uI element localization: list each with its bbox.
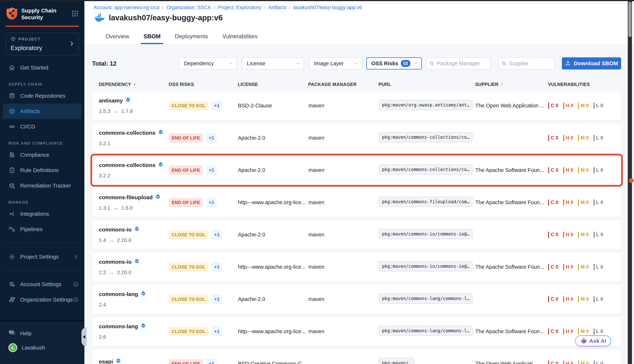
purl-chip[interactable]: pkg:maven/commons-lang/commons-l… <box>379 326 473 336</box>
sidebar-item-code-repositories[interactable]: Code Repositories <box>3 88 82 104</box>
supplier-search-input[interactable] <box>509 60 551 67</box>
purl-chip[interactable]: pkg:maven/commons-io/commons-io@… <box>379 261 473 272</box>
sidebar-item-ci-cd[interactable]: CI/CD <box>3 119 82 134</box>
risk-more-badge[interactable]: +1 <box>212 230 222 240</box>
dependency-name: commons-collections <box>99 162 155 168</box>
total-count: Total: 12 <box>92 60 117 67</box>
sidebar-item-project-settings[interactable]: Project Settings <box>3 249 82 264</box>
purl-chip[interactable]: pkg:maven/commons-lang/commons-l… <box>379 294 473 304</box>
purl-chip[interactable]: pkg:maven/commons-io/commons-io@… <box>379 229 473 239</box>
code-repo-icon <box>9 92 16 99</box>
sidebar-item-artifacts[interactable]: Artifacts <box>3 104 82 119</box>
purl-chip[interactable]: pkg:maven/commons-fileupload/com… <box>379 197 473 207</box>
sidebar-item-organization-settings[interactable]: Organization Settings <box>3 292 82 307</box>
severity-bar-icon <box>548 103 549 109</box>
download-sbom-button[interactable]: Download SBOM <box>562 57 621 70</box>
risk-more-badge[interactable]: +1 <box>206 359 217 364</box>
risk-badge: CLOSE TO EOL <box>169 101 208 110</box>
severity-bar-icon <box>563 103 564 109</box>
tab-overview[interactable]: Overview <box>103 33 132 44</box>
breadcrumb-item-0[interactable]: Account: app-harness-ng-cicd <box>94 5 159 10</box>
risk-more-badge[interactable]: +1 <box>206 133 217 143</box>
sidebar-item-rule-definitions[interactable]: Rule Definitions <box>3 162 82 178</box>
column-header-oss-risks[interactable]: OSS RISKS <box>169 82 238 87</box>
breadcrumb-item-3[interactable]: Artifacts <box>268 5 286 10</box>
info-icon[interactable] <box>73 297 79 302</box>
sidebar-item-remediation-tracker[interactable]: Remediation Tracker <box>3 178 82 193</box>
risk-more-badge[interactable]: +1 <box>212 326 222 336</box>
user-profile[interactable]: L Lavakush <box>0 340 84 355</box>
breadcrumb-item-1[interactable]: Organization: SSCA <box>167 5 211 10</box>
column-header-package-manager[interactable]: PACKAGE MANAGER <box>308 82 379 87</box>
app-switcher-grid-icon[interactable] <box>71 10 79 18</box>
dependency-filter-label: Dependency <box>184 60 214 66</box>
vuln-count-high: H0 <box>563 264 573 270</box>
severity-bar-icon <box>563 328 564 335</box>
tab-vulnerabilities[interactable]: Vulnerabilities <box>220 33 260 44</box>
dependency-cell: commons-io 1.4 → 2.20.0 <box>99 226 169 243</box>
column-header-license[interactable]: LICENSE <box>238 82 308 87</box>
ask-ai-button[interactable]: Ask AI <box>575 336 611 346</box>
license-filter-dropdown[interactable]: License <box>242 57 304 70</box>
table-row-commons-collections[interactable]: commons-collections 3.2.2 END OF LIFE +1… <box>92 156 621 185</box>
column-header-vulnerabilities[interactable]: VULNERABILITIES <box>548 82 621 87</box>
table-row-commons-fileupload[interactable]: commons-fileupload 1.3.1 → 1.6.0 END OF … <box>92 188 621 217</box>
package-manager-search-input[interactable] <box>436 60 487 67</box>
risk-more-badge[interactable]: +1 <box>212 262 222 272</box>
supplier-cell: The Apache Software Foun... <box>475 167 548 173</box>
risk-more-badge[interactable]: +1 <box>212 294 222 304</box>
breadcrumb-item-4[interactable]: lavakush07/easy-buggy-app:v6 <box>293 5 362 10</box>
vuln-count-high: H0 <box>563 167 573 174</box>
severity-bar-icon <box>563 167 564 174</box>
table-row-commons-lang[interactable]: commons-lang 2.4 CLOSE TO EOL +1 Apache-… <box>92 284 621 314</box>
box-icon <box>9 108 16 115</box>
table-row-esapi[interactable]: esapi END OF LIFE +1 BSD-Creative Common… <box>92 349 621 364</box>
sidebar-item-compliance[interactable]: Compliance <box>3 147 82 162</box>
help-button[interactable]: ? Help <box>0 326 84 340</box>
supplier-cell: The Open Web Application ... <box>475 103 548 109</box>
tab-deployments[interactable]: Deployments <box>172 33 211 44</box>
org-gear-icon <box>9 296 16 303</box>
sidebar-item-account-settings[interactable]: Account Settings <box>3 276 82 292</box>
info-icon[interactable] <box>73 282 79 287</box>
supplier-cell: The Apache Software Foun... <box>475 328 548 334</box>
column-header-dependency[interactable]: DEPENDENCY <box>99 82 169 87</box>
purl-chip[interactable]: pkg:maven/commons-collections/co… <box>379 164 473 175</box>
image-layer-filter-dropdown[interactable]: Image Layer <box>309 57 362 70</box>
sidebar-item-integrations[interactable]: Integrations <box>3 206 82 222</box>
project-selector[interactable]: PROJECT Exploratory <box>6 32 79 56</box>
tab-sbom[interactable]: SBOM <box>141 33 163 44</box>
risk-more-badge[interactable]: +1 <box>212 101 222 110</box>
purl-chip[interactable]: pkg:maven/commons-collections/co… <box>379 132 473 142</box>
sidebar-collapse-handle[interactable] <box>82 327 87 346</box>
license-cell: Apache-2.0 <box>238 296 308 302</box>
vuln-count-critical: C0 <box>548 200 558 206</box>
package-manager-cell: maven <box>308 328 379 334</box>
supplier-cell: The Open Web Applicati... <box>475 361 548 364</box>
breadcrumb-separator: › <box>213 5 215 10</box>
risk-badge: CLOSE TO EOL <box>169 327 208 336</box>
chevron-down-icon <box>229 61 233 66</box>
risk-more-badge[interactable]: +1 <box>206 198 217 207</box>
oss-risks-filter-dropdown[interactable]: OSS Risks 02 <box>366 57 422 70</box>
table-row-antisamy[interactable]: antisamy 1.5.3 → 1.7.8 CLOSE TO EOL +1 B… <box>92 91 621 120</box>
risk-more-badge[interactable]: +1 <box>206 165 217 175</box>
sidebar-item-get-started[interactable]: Get Started <box>3 60 82 75</box>
scrollbar-thumb[interactable] <box>628 2 631 37</box>
table-row-commons-io[interactable]: commons-io 2.2 → 2.20.0 CLOSE TO EOL +1 … <box>92 252 621 282</box>
package-manager-cell: maven <box>308 103 379 109</box>
table-row-commons-io[interactable]: commons-io 1.4 → 2.20.0 CLOSE TO EOL +1 … <box>92 220 621 250</box>
chevron-down-icon <box>296 61 300 66</box>
purl-chip[interactable]: pkg:maven/org.owasp.antisamy/ant… <box>379 100 473 110</box>
column-header-supplier[interactable]: SUPPLIER <box>475 82 548 87</box>
dependency-filter-dropdown[interactable]: Dependency <box>179 57 237 70</box>
purl-cell: pkg:maven/commons-io/commons-io@… <box>379 229 475 240</box>
table-row-commons-collections[interactable]: commons-collections 3.2.1 END OF LIFE +1… <box>92 123 621 153</box>
purl-chip[interactable]: pkg:maven/… <box>379 358 414 364</box>
column-header-purl[interactable]: PURL <box>379 82 475 87</box>
risk-badge: END OF LIFE <box>169 359 203 364</box>
breadcrumb-item-2[interactable]: Project: Exploratory <box>218 5 261 10</box>
sidebar-item-label: CI/CD <box>20 124 35 130</box>
table-row-commons-lang[interactable]: commons-lang 2.6 CLOSE TO EOL +1 http---… <box>92 317 621 346</box>
sidebar-item-pipelines[interactable]: Pipelines <box>3 222 82 237</box>
